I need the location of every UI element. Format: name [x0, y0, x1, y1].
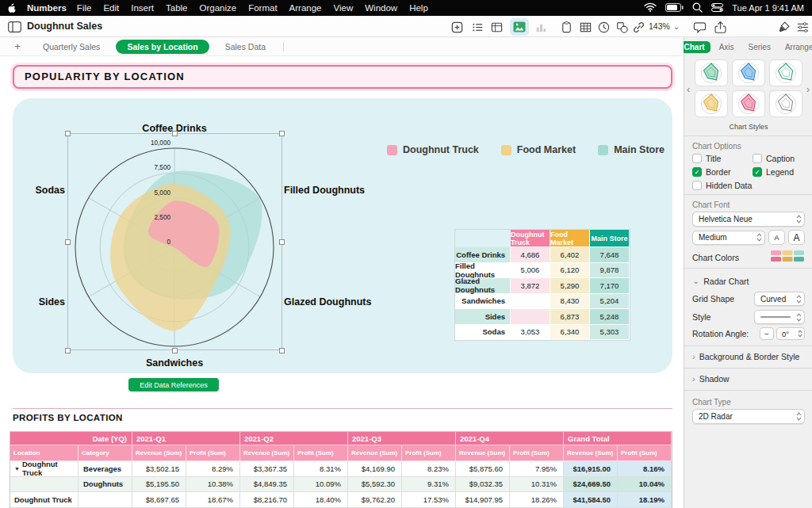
menu-item-arrange[interactable]: Arrange: [289, 3, 322, 13]
background-border-section[interactable]: › Background & Border Style: [692, 352, 799, 361]
table-cell[interactable]: 18.67%: [186, 492, 240, 508]
table-cell[interactable]: Revenue (Sum): [564, 445, 618, 461]
table-cell[interactable]: 8.23%: [402, 461, 456, 477]
table-cell[interactable]: 10.04%: [618, 477, 672, 493]
table-cell[interactable]: 5,248: [590, 309, 630, 325]
menu-item-table[interactable]: Table: [166, 3, 188, 13]
selection-handle[interactable]: [65, 239, 71, 245]
table-cell[interactable]: Grand Total: [564, 432, 672, 445]
font-size-increase-button[interactable]: A: [788, 230, 805, 245]
table-cell[interactable]: $5,875.60: [456, 461, 510, 477]
selection-handle[interactable]: [279, 131, 285, 136]
table-cell[interactable]: Location: [10, 445, 79, 461]
option-legend[interactable]: ✓Legend: [753, 167, 808, 177]
share-icon[interactable]: [712, 19, 728, 35]
table-cell[interactable]: $9,762.20: [348, 492, 402, 508]
spotlight-icon[interactable]: [692, 2, 703, 14]
option-border[interactable]: ✓Border: [692, 167, 753, 177]
table-cell[interactable]: Beverages: [79, 461, 132, 477]
sidebar-toggle-icon[interactable]: [6, 19, 22, 35]
table-cell[interactable]: $5,592.30: [348, 477, 402, 493]
table-icon[interactable]: [577, 19, 593, 35]
font-weight-dropdown[interactable]: Medium: [692, 231, 765, 245]
font-family-dropdown[interactable]: Helvetica Neue: [692, 212, 805, 227]
edit-data-references-button[interactable]: Edit Data References: [128, 378, 219, 392]
table-badge-icon[interactable]: [488, 19, 504, 35]
rotation-decrease-button[interactable]: −: [760, 327, 774, 340]
legend-item[interactable]: Food Market: [501, 144, 576, 155]
battery-icon[interactable]: [665, 3, 684, 13]
radar-chart[interactable]: 02,5005,0007,50010,000: [44, 115, 305, 370]
table-cell[interactable]: Main Store: [590, 230, 630, 247]
selection-handle[interactable]: [172, 131, 178, 136]
table-cell[interactable]: 2021-Q2: [240, 432, 348, 445]
checkbox[interactable]: [692, 181, 702, 190]
chart-style-thumbnail[interactable]: [769, 90, 802, 117]
table-cell[interactable]: 8,430: [550, 294, 590, 310]
table-cell[interactable]: Category: [79, 445, 132, 461]
styles-prev-icon[interactable]: ‹: [687, 83, 690, 95]
menu-clock[interactable]: Tue Apr 1 9:41 AM: [732, 3, 804, 13]
sheet-tab-quarterly-sales[interactable]: Quarterly Sales: [32, 40, 111, 54]
table-cell[interactable]: $16,915.00: [564, 461, 618, 477]
table-cell[interactable]: 18.40%: [294, 492, 348, 508]
shapes-icon[interactable]: [614, 19, 630, 35]
apple-menu-icon[interactable]: [8, 3, 17, 13]
table-cell[interactable]: [511, 309, 550, 325]
table-cell[interactable]: 10.38%: [186, 477, 240, 493]
menu-app-name[interactable]: Numbers: [27, 3, 67, 13]
table-cell[interactable]: Revenue (Sum): [348, 445, 402, 461]
table-cell[interactable]: Doughnut Truck: [511, 230, 550, 247]
menu-item-insert[interactable]: Insert: [131, 3, 154, 13]
table-cell[interactable]: Sides: [455, 309, 511, 325]
checkbox[interactable]: ✓: [692, 167, 702, 177]
table-cell[interactable]: [511, 294, 550, 310]
table-cell[interactable]: 5,290: [550, 278, 590, 294]
table-cell[interactable]: $4,169.90: [348, 461, 402, 477]
table-cell[interactable]: Doughnut Truck: [10, 492, 79, 508]
radar-chart-section[interactable]: ⌄ Radar Chart: [692, 276, 749, 286]
table-cell[interactable]: 6,340: [550, 325, 590, 341]
table-cell[interactable]: Coffee Drinks: [455, 247, 511, 263]
table-cell[interactable]: 5,204: [590, 294, 630, 310]
rotation-angle-stepper[interactable]: 0°: [776, 327, 805, 340]
table-cell[interactable]: Glazed Doughnuts: [455, 278, 511, 294]
clock-icon[interactable]: [596, 19, 611, 35]
clipboard-icon[interactable]: [558, 19, 574, 35]
table-cell[interactable]: $5,195.50: [132, 477, 186, 493]
table-cell[interactable]: Sodas: [455, 325, 511, 341]
table-cell[interactable]: 8.16%: [618, 461, 672, 477]
legend-item[interactable]: Doughnut Truck: [387, 144, 479, 155]
table-cell[interactable]: 17.53%: [402, 492, 456, 508]
table-cell[interactable]: $14,907.95: [456, 492, 510, 508]
menu-item-view[interactable]: View: [334, 3, 354, 13]
font-size-decrease-button[interactable]: A: [768, 230, 785, 245]
title-text-box[interactable]: POPULARITY BY LOCATION: [13, 65, 672, 89]
menu-item-help[interactable]: Help: [409, 3, 428, 13]
table-cell[interactable]: 2021-Q4: [456, 432, 564, 445]
checkbox[interactable]: [753, 154, 762, 163]
sheet-tab-sales-by-location[interactable]: Sales by Location: [116, 40, 209, 54]
table-cell[interactable]: [10, 477, 79, 493]
insert-icon[interactable]: [449, 19, 465, 35]
inspector-tab-arrange[interactable]: Arrange: [779, 41, 812, 53]
selection-handle[interactable]: [279, 348, 285, 353]
table-cell[interactable]: Revenue (Sum): [240, 445, 294, 461]
menu-item-organize[interactable]: Organize: [199, 3, 236, 13]
table-cell[interactable]: 10.09%: [294, 477, 348, 493]
styles-next-icon[interactable]: ›: [806, 83, 810, 95]
table-cell[interactable]: 2021-Q3: [348, 432, 456, 445]
table-cell[interactable]: 9,878: [590, 263, 630, 279]
shadow-section[interactable]: › Shadow: [692, 374, 730, 384]
table-cell[interactable]: 6,402: [550, 247, 590, 263]
table-cell[interactable]: Profit (Sum): [510, 445, 564, 461]
selection-handle[interactable]: [279, 239, 285, 245]
table-cell[interactable]: Revenue (Sum): [132, 445, 186, 461]
inspector-tab-series[interactable]: Series: [743, 41, 776, 53]
inspector-tab-axis[interactable]: Axis: [714, 41, 740, 53]
table-cell[interactable]: [79, 492, 132, 508]
table-cell[interactable]: 6,120: [550, 263, 590, 279]
table-cell[interactable]: $9,032.35: [456, 477, 510, 493]
table-cell[interactable]: $3,502.15: [132, 461, 186, 477]
add-sheet-button[interactable]: +: [10, 40, 25, 52]
